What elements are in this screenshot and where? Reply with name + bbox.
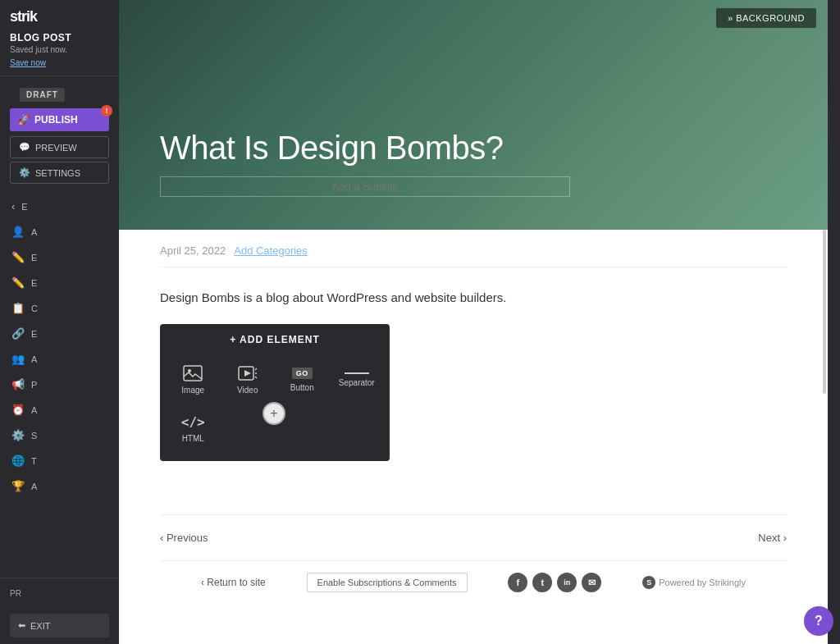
edit2-icon: ✏️ xyxy=(11,276,25,289)
settings-button[interactable]: ⚙️ SETTINGS xyxy=(10,162,109,184)
blog-post-title: BLOG POST xyxy=(10,32,109,43)
button-label: Button xyxy=(290,383,314,392)
powered-by-text: Powered by Strikingly xyxy=(659,578,746,587)
previous-link[interactable]: ‹ Previous xyxy=(160,532,208,544)
link-icon: 🔗 xyxy=(11,327,25,340)
html-label: HTML xyxy=(182,434,204,443)
image-label: Image xyxy=(181,386,204,395)
element-grid-row1: Image Video xyxy=(160,355,390,404)
logo: strik xyxy=(10,8,37,25)
content-area: April 25, 2022 Add Categories Design Bom… xyxy=(119,230,828,644)
gear-icon: ⚙️ xyxy=(11,429,25,441)
sidebar-item-a4[interactable]: 🏆 A xyxy=(0,473,119,499)
sidebar-item-back[interactable]: ‹ E xyxy=(0,194,119,219)
sidebar-bottom: PR xyxy=(0,578,119,609)
sidebar-item-a2[interactable]: 👥 A xyxy=(0,346,119,372)
preview-icon: 💬 xyxy=(19,142,30,153)
social-links: f t in ✉ xyxy=(508,573,601,592)
add-content-button[interactable]: + xyxy=(262,402,285,425)
exit-label: EXIT xyxy=(30,621,50,631)
twitter-icon[interactable]: t xyxy=(532,573,552,592)
background-button[interactable]: » BACKGROUND xyxy=(716,8,816,28)
logo-area: strik xyxy=(0,0,119,29)
preview-label: PREVIEW xyxy=(35,143,77,153)
email-icon[interactable]: ✉ xyxy=(582,573,601,592)
next-link[interactable]: Next › xyxy=(758,532,787,544)
sidebar-pr-item[interactable]: PR xyxy=(10,587,109,601)
sidebar-item-s[interactable]: ⚙️ S xyxy=(0,422,119,448)
post-body: Design Bombs is a blog about WordPress a… xyxy=(160,267,787,498)
post-title: What Is Design Bombs? xyxy=(160,130,787,167)
edit-icon: ✏️ xyxy=(11,251,25,263)
powered-by: S Powered by Strikingly xyxy=(642,576,746,589)
video-icon xyxy=(238,365,258,381)
top-bar: » BACKGROUND xyxy=(705,0,828,36)
video-label: Video xyxy=(237,386,258,395)
settings-label: SETTINGS xyxy=(35,168,80,178)
sidebar-item-a1[interactable]: 👤 A xyxy=(0,219,119,244)
html-icon: </> xyxy=(181,414,205,430)
globe-icon: 🌐 xyxy=(11,454,25,467)
settings-icon: ⚙️ xyxy=(19,167,30,178)
publish-label: PUBLISH xyxy=(34,114,78,126)
help-button[interactable]: ? xyxy=(804,606,833,636)
exit-icon: ⬅ xyxy=(18,620,25,631)
main-area: » BACKGROUND What Is Design Bombs? April… xyxy=(119,0,828,644)
back-icon: ‹ xyxy=(11,200,15,212)
facebook-icon[interactable]: f xyxy=(508,573,527,592)
sidebar-item-p[interactable]: 📢 P xyxy=(0,372,119,397)
image-icon xyxy=(183,365,203,381)
post-subtitle-input[interactable] xyxy=(160,176,570,197)
sidebar: strik BLOG POST Saved just now. Save now… xyxy=(0,0,119,644)
exit-button[interactable]: ⬅ EXIT xyxy=(10,614,109,637)
subscribe-button[interactable]: Enable Subscriptions & Comments xyxy=(307,573,468,592)
linkedin-icon[interactable]: in xyxy=(557,573,577,592)
element-separator[interactable]: Separator xyxy=(331,355,384,404)
users-icon: 👥 xyxy=(11,353,25,365)
publish-notification: ! xyxy=(101,105,112,116)
preview-button[interactable]: 💬 PREVIEW xyxy=(10,136,109,158)
sidebar-item-e3[interactable]: 🔗 E xyxy=(0,321,119,346)
svg-rect-0 xyxy=(184,366,202,381)
blog-post-header: BLOG POST Saved just now. Save now xyxy=(0,29,119,76)
post-navigation: ‹ Previous Next › xyxy=(160,514,787,560)
svg-line-4 xyxy=(255,368,257,370)
sidebar-item-c[interactable]: 📋 C xyxy=(0,295,119,321)
svg-marker-3 xyxy=(244,370,251,377)
megaphone-icon: 📢 xyxy=(11,378,25,391)
element-button[interactable]: GO Button xyxy=(276,355,329,404)
sidebar-item-a3[interactable]: ⏰ A xyxy=(0,397,119,422)
post-meta: April 25, 2022 Add Categories xyxy=(160,230,787,267)
separator-label: Separator xyxy=(339,378,375,387)
element-video[interactable]: Video xyxy=(221,355,275,404)
add-element-panel: + ADD ELEMENT Image xyxy=(160,324,390,461)
post-body-text: Design Bombs is a blog about WordPress a… xyxy=(160,288,787,308)
scrollbar[interactable] xyxy=(823,230,826,394)
sidebar-item-t[interactable]: 🌐 T xyxy=(0,448,119,473)
post-date: April 25, 2022 xyxy=(160,244,226,257)
publish-icon: 🚀 xyxy=(18,114,30,126)
element-image[interactable]: Image xyxy=(167,355,220,404)
clipboard-icon: 📋 xyxy=(11,302,25,314)
clock-icon: ⏰ xyxy=(11,404,25,416)
separator-icon xyxy=(345,372,369,374)
add-categories-link[interactable]: Add Categories xyxy=(234,244,308,257)
publish-button[interactable]: 🚀 PUBLISH ! xyxy=(10,108,109,131)
saved-status: Saved just now. xyxy=(10,45,109,54)
element-html[interactable]: </> HTML xyxy=(167,404,220,453)
sidebar-item-e1[interactable]: ✏️ E xyxy=(0,244,119,270)
strikingly-logo: S xyxy=(642,576,655,589)
return-to-site-link[interactable]: ‹ Return to site xyxy=(201,577,266,588)
sidebar-item-e2[interactable]: ✏️ E xyxy=(0,270,119,295)
save-now-link[interactable]: Save now xyxy=(10,58,46,67)
right-edge xyxy=(828,0,840,644)
user-icon: 👤 xyxy=(11,226,25,238)
go-badge: GO xyxy=(292,368,313,379)
draft-badge: DRAFT xyxy=(20,88,65,102)
button-icon: GO xyxy=(292,368,313,379)
site-footer: ‹ Return to site Enable Subscriptions & … xyxy=(160,560,787,604)
add-element-header: + ADD ELEMENT xyxy=(160,324,390,355)
sidebar-nav: ‹ E 👤 A ✏️ E ✏️ E 📋 C 🔗 E 👥 A 📢 P xyxy=(0,194,119,578)
svg-line-5 xyxy=(255,377,257,378)
trophy-icon: 🏆 xyxy=(11,480,25,492)
